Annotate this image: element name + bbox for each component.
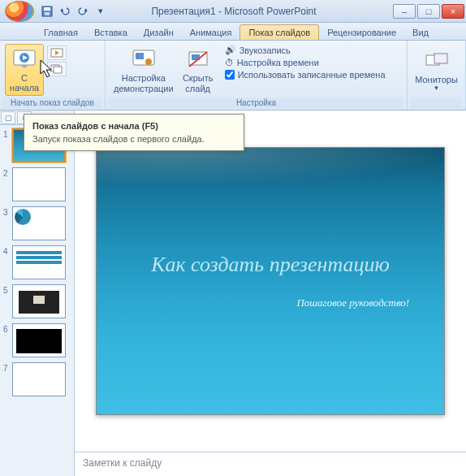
tooltip-desc: Запуск показа слайдов с первого слайда.	[32, 134, 235, 144]
tab-view[interactable]: Вид	[404, 25, 437, 40]
hide-slide-button[interactable]: Скрыть слайд	[179, 44, 218, 96]
clock-icon: ⏱	[225, 58, 234, 67]
monitors-label: Мониторы	[415, 75, 458, 85]
group-start-slideshow: С начала Начать показ слайдов	[0, 41, 106, 110]
main-area: Как создать презентацию Пошаговое руково…	[75, 110, 466, 476]
svg-rect-8	[54, 67, 62, 73]
thumb-row[interactable]: 6	[3, 323, 71, 357]
record-icon: 🔊	[225, 45, 236, 55]
slide-canvas[interactable]: Как создать презентацию Пошаговое руково…	[96, 147, 445, 415]
thumbnail-4[interactable]	[12, 245, 66, 279]
group-setup-label: Настройка	[109, 97, 403, 108]
thumbnail-6[interactable]	[12, 323, 66, 357]
monitors-icon	[424, 48, 450, 74]
minimize-button[interactable]: –	[393, 4, 416, 19]
save-icon[interactable]	[39, 3, 55, 19]
svg-rect-1	[44, 7, 50, 11]
svg-rect-2	[45, 12, 50, 15]
svg-rect-5	[22, 65, 27, 67]
tab-home[interactable]: Главная	[36, 25, 86, 40]
setup-icon	[131, 46, 157, 72]
thumbnail-5[interactable]	[12, 284, 66, 318]
setup-label: Настройка демонстрации	[114, 73, 174, 93]
thumb-row[interactable]: 2	[3, 167, 71, 201]
ribbon-tabs: Главная Вставка Дизайн Анимация Показ сл…	[0, 23, 466, 41]
workspace: ▢ ≡ 1 2 3 4 5 6 7 Как создать презентаци…	[0, 110, 466, 476]
thumb-row[interactable]: 7	[3, 362, 71, 396]
tab-design[interactable]: Дизайн	[136, 25, 182, 40]
thumbnail-3[interactable]	[12, 206, 66, 240]
use-timings-checkbox[interactable]	[225, 70, 235, 80]
group-monitors: Мониторы ▼	[408, 41, 466, 110]
use-timings-row[interactable]: Использовать записанные времена	[222, 69, 388, 80]
tab-animation[interactable]: Анимация	[182, 25, 240, 40]
chevron-down-icon: ▼	[434, 84, 440, 92]
window-controls: – □ ×	[391, 4, 464, 19]
start-small-buttons	[45, 44, 68, 78]
tab-insert[interactable]: Вставка	[86, 25, 136, 40]
thumbnail-7[interactable]	[12, 362, 66, 396]
hide-slide-label: Скрыть слайд	[183, 73, 214, 93]
svg-point-11	[145, 58, 152, 65]
setup-slideshow-button[interactable]: Настройка демонстрации	[110, 44, 177, 96]
notes-pane[interactable]: Заметки к слайду	[75, 452, 466, 476]
rehearse-timings-row[interactable]: ⏱Настройка времени	[222, 57, 388, 68]
hide-slide-icon	[185, 46, 211, 72]
office-button[interactable]	[5, 1, 34, 22]
group-setup: Настройка демонстрации Скрыть слайд 🔊Зву…	[106, 41, 408, 110]
close-button[interactable]: ×	[442, 4, 464, 19]
custom-slideshow-icon[interactable]	[47, 62, 67, 76]
monitors-button[interactable]: Мониторы ▼	[412, 44, 460, 96]
tab-review[interactable]: Рецензирование	[319, 25, 404, 40]
from-beginning-label: С начала	[10, 73, 39, 93]
slides-tab-icon[interactable]: ▢	[1, 111, 15, 124]
maximize-button[interactable]: □	[417, 4, 440, 19]
tab-slideshow[interactable]: Показ слайдов	[239, 24, 319, 40]
tooltip: Показ слайдов с начала (F5) Запуск показ…	[24, 114, 244, 151]
thumb-row[interactable]: 5	[3, 284, 71, 318]
window-title: Презентация1 - Microsoft PowerPoint	[76, 6, 391, 17]
from-beginning-button[interactable]: С начала	[5, 44, 44, 96]
from-current-icon[interactable]	[47, 45, 67, 60]
group-monitors-label	[411, 97, 462, 108]
record-narration-row[interactable]: 🔊Звукозапись	[222, 44, 388, 56]
thumbnail-2[interactable]	[12, 167, 66, 201]
svg-rect-16	[434, 54, 447, 63]
title-bar: ▾ Презентация1 - Microsoft PowerPoint – …	[0, 0, 466, 23]
svg-rect-10	[136, 53, 144, 59]
undo-icon[interactable]	[57, 3, 73, 19]
slide-title[interactable]: Как создать презентацию	[151, 253, 390, 277]
slide-subtitle[interactable]: Пошаговое руководство!	[132, 296, 409, 309]
ribbon: С начала Начать показ слайдов Настройка …	[0, 41, 466, 110]
thumbnails: 1 2 3 4 5 6 7	[0, 125, 74, 405]
group-start-label: Начать показ слайдов	[3, 97, 101, 108]
slide-stage: Как создать презентацию Пошаговое руково…	[75, 110, 466, 452]
thumb-row[interactable]: 3	[3, 206, 71, 240]
play-from-start-icon	[11, 46, 37, 72]
thumb-row[interactable]: 4	[3, 245, 71, 279]
tooltip-title: Показ слайдов с начала (F5)	[32, 121, 235, 131]
slide-thumbnail-panel: ▢ ≡ 1 2 3 4 5 6 7	[0, 110, 75, 476]
